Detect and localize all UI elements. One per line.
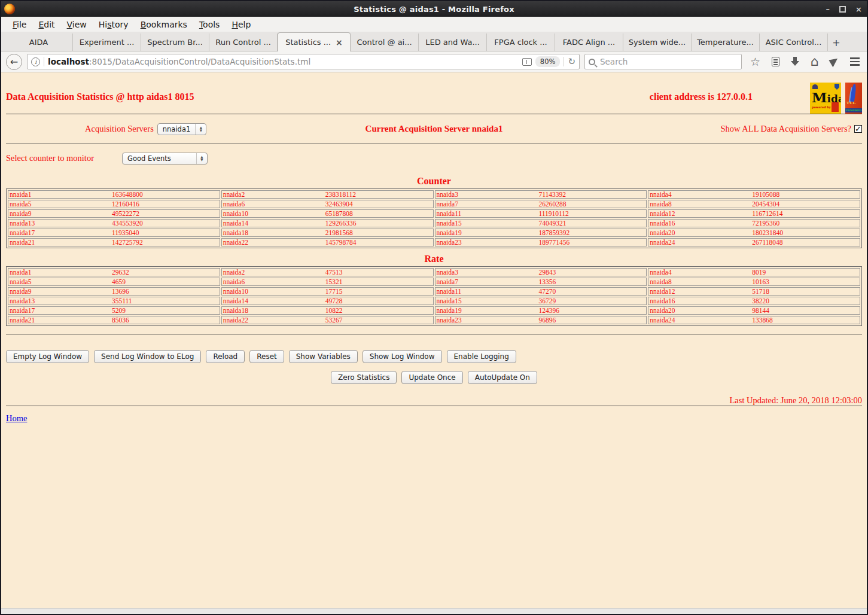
tab-spectrum-br[interactable]: Spectrum Br... [141,34,209,51]
minimize-button[interactable]: – [826,5,830,13]
update-once-button[interactable]: Update Once [401,371,462,384]
stat-value: 36729 [538,297,556,305]
bookmark-star-icon[interactable]: ☆ [750,56,760,68]
tab-aida[interactable]: AIDA [5,34,73,51]
empty-log-window-button[interactable]: Empty Log Window [6,350,89,363]
stat-value: 355111 [112,297,132,305]
server-name: nnaida16 [650,220,752,227]
tab-run-control[interactable]: Run Control ... [209,34,278,51]
stat-cell-nnaida17: nnaida175209 [8,306,220,315]
server-name: nnaida11 [437,288,539,295]
tab-control-ai[interactable]: Control @ ai... [351,34,419,51]
table-row: nnaida129632nnaida247513nnaida329843nnai… [8,268,860,276]
enable-logging-button[interactable]: Enable Logging [447,350,516,363]
stat-value: 129266336 [325,220,357,227]
server-name: nnaida17 [10,307,112,314]
tab-fadc-align[interactable]: FADC Align ... [555,34,623,51]
select-stepper-icon[interactable]: ▲▼ [196,153,207,164]
toolbar-icons: ☆ ⌂ [747,55,862,68]
server-name: nnaida20 [650,307,752,314]
menu-bookmarks[interactable]: Bookmarks [135,19,193,31]
counter-select[interactable]: Good Events ▲▼ [122,153,208,165]
stat-cell-nnaida24: nnaida24267118048 [648,238,860,246]
library-icon[interactable] [772,57,779,66]
acquisition-server-select[interactable]: nnaida1 ▲▼ [157,123,206,135]
url-separator [44,57,44,66]
window-title: Statistics @ aidas1 - Mozilla Firefox [1,5,867,14]
autoupdate-on-button[interactable]: AutoUpdate On [468,371,537,384]
reload-button[interactable]: Reload [206,350,245,363]
update-buttons-row: Zero StatisticsUpdate OnceAutoUpdate On [6,371,862,384]
tab-experiment[interactable]: Experiment ... [73,34,141,51]
server-name: nnaida9 [10,210,112,217]
home-link[interactable]: Home [6,413,27,423]
search-input[interactable] [599,56,738,67]
tab-asic-control[interactable]: ASIC Control... [760,34,828,51]
stat-value: 180231840 [752,229,783,236]
stat-value: 4659 [112,278,126,285]
stat-cell-nnaida6: nnaida615321 [221,278,434,286]
show-log-window-button[interactable]: Show Log Window [363,350,442,363]
tab-close-icon[interactable]: × [336,38,343,47]
server-name: nnaida19 [437,307,539,314]
server-name: nnaida8 [650,278,752,285]
back-button[interactable]: ← [6,54,22,70]
stat-value: 38220 [752,297,769,305]
zero-statistics-button[interactable]: Zero Statistics [331,371,397,384]
reload-icon[interactable]: ↻ [568,57,575,66]
server-name: nnaida3 [437,269,539,276]
server-name: nnaida3 [437,191,539,198]
stat-cell-nnaida5: nnaida54659 [8,278,220,286]
tab-system-wide[interactable]: System wide... [623,34,692,51]
menu-history[interactable]: History [93,19,134,31]
tab-label: FPGA clock ... [494,38,547,47]
stat-value: 8019 [752,269,766,276]
server-name: nnaida2 [223,269,325,276]
tab-statistics[interactable]: Statistics ...× [278,32,351,51]
zoom-level-badge[interactable]: 80% [535,56,561,67]
url-text[interactable]: localhost:8015/DataAcquisitionControl/Da… [48,57,519,66]
downloads-icon[interactable] [791,57,799,66]
tcl-feather-icon [850,84,857,102]
stat-value: 111910112 [538,210,568,217]
table-row: nnaida54659nnaida615321nnaida713356nnaid… [8,278,860,286]
table-row: nnaida13434553920nnaida14129266336nnaida… [8,219,860,227]
menu-edit[interactable]: Edit [33,19,60,31]
home-icon[interactable]: ⌂ [811,55,819,68]
server-name: nnaida13 [10,297,112,305]
stat-value: 49522272 [112,210,139,217]
server-name: nnaida21 [10,239,112,246]
tab-temperature[interactable]: Temperature... [692,34,760,51]
select-stepper-icon[interactable]: ▲▼ [195,124,206,135]
menu-icon[interactable] [850,57,860,66]
tab-fpga-clock[interactable]: FPGA clock ... [487,34,555,51]
show-all-group: Show ALL Data Acquisition Servers? ✓ [720,124,862,134]
show-all-checkbox[interactable]: ✓ [854,125,862,133]
menu-tools[interactable]: Tools [194,19,226,31]
show-variables-button[interactable]: Show Variables [289,350,358,363]
server-name: nnaida9 [10,288,112,295]
tcl-powered-logo[interactable]: TCL POWERED [845,83,862,114]
tab-label: Temperature... [697,38,754,47]
tab-label: LED and Wa... [425,38,480,47]
search-bar[interactable] [584,54,742,69]
send-log-window-to-elog-button[interactable]: Send Log Window to ELog [94,350,201,363]
send-icon[interactable] [829,56,840,67]
reader-mode-icon[interactable] [522,58,532,66]
reset-button[interactable]: Reset [249,350,284,363]
stat-cell-nnaida12: nnaida1251718 [648,287,860,296]
url-bar[interactable]: i localhost:8015/DataAcquisitionControl/… [27,54,580,69]
tab-label: Run Control ... [215,38,271,47]
maximize-button[interactable] [839,6,846,13]
server-name: nnaida22 [223,239,325,246]
new-tab-button[interactable]: + [828,37,845,51]
midas-logo[interactable]: Midas powered by [810,83,841,114]
menu-help[interactable]: Help [226,19,256,31]
site-info-icon[interactable]: i [31,57,40,66]
close-button[interactable]: × [855,5,862,13]
menu-file[interactable]: File [7,19,32,31]
menu-view[interactable]: View [62,19,92,31]
tab-led-and-wa[interactable]: LED and Wa... [419,34,487,51]
stat-cell-nnaida6: nnaida632463904 [221,200,434,208]
stat-value: 5209 [112,307,126,314]
